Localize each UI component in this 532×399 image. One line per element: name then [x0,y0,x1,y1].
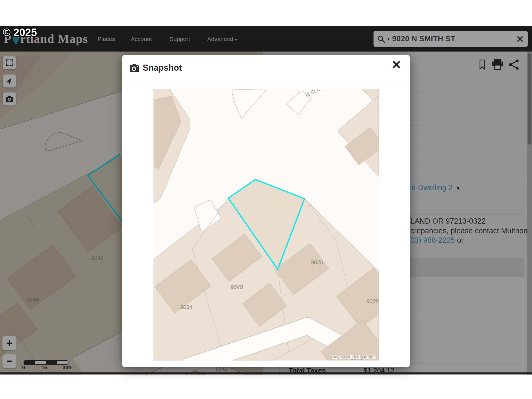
street-label: N St L [305,89,321,98]
snapshot-modal: Snapshot ✕ [122,55,410,367]
parcel-label-9034: 9034 [180,304,193,310]
copyright-watermark: © 2025 [3,27,37,39]
snapshot-map: 9040 9020 9034 9008 9049 N St L City of … [154,89,379,360]
modal-title: Snapshot [143,63,182,73]
parcel-label-9040: 9040 [231,284,243,290]
parcel-label-9020: 9020 [311,259,323,265]
screen: P rtland Maps Places Account Support Adv… [0,0,532,399]
close-icon[interactable]: ✕ [391,59,401,71]
modal-header: Snapshot ✕ [122,55,410,82]
parcel-label-9008: 9008 [366,298,379,304]
camera-icon [129,64,139,72]
modal-divider [122,82,410,82]
map-attribution: City of Portland, Oregon [331,354,376,359]
